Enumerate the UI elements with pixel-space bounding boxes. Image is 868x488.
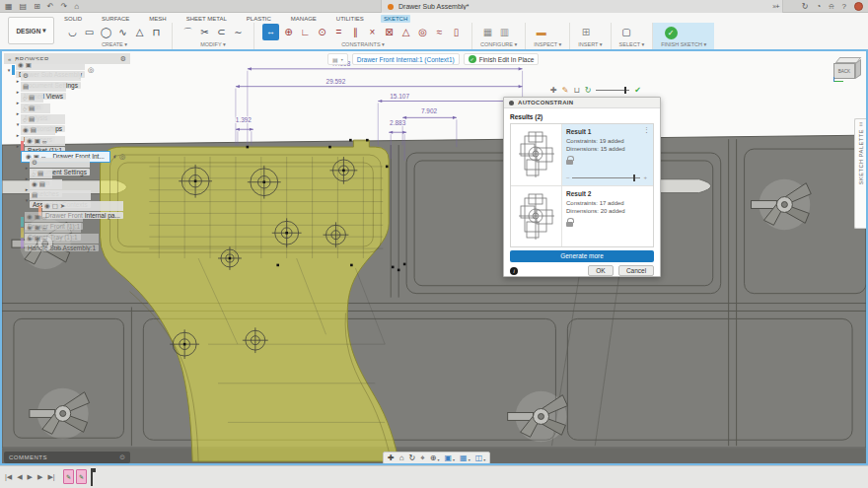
folder-icon[interactable]: ▤: [37, 170, 43, 177]
slider-handle[interactable]: [633, 174, 636, 181]
dimension-value[interactable]: 1.392: [236, 116, 253, 123]
document-tab[interactable]: Drawer Sub Assembly* ×: [381, 0, 783, 13]
perpendicular-constraint-icon[interactable]: ∟: [298, 24, 313, 40]
comments-bar[interactable]: COMMENTS ⊙: [4, 452, 130, 463]
tab-solid[interactable]: SOLID: [61, 15, 85, 23]
regenerate-icon[interactable]: ↻: [585, 86, 592, 95]
concentric-constraint-icon[interactable]: ◎: [415, 24, 430, 40]
view-cube[interactable]: BACK: [833, 57, 865, 85]
dimension-value[interactable]: 29.592: [326, 78, 346, 85]
result-slider[interactable]: –+: [566, 174, 647, 180]
view-cube-front-face[interactable]: BACK: [833, 63, 855, 79]
fit-icon[interactable]: ⌂: [399, 453, 404, 462]
result-card-2[interactable]: Result 2Constraints: 17 addedDimensions:…: [511, 186, 653, 247]
help-icon[interactable]: ?: [842, 2, 846, 11]
sketch-dimension-icon[interactable]: ↔: [262, 24, 279, 40]
folder-icon[interactable]: ▤: [39, 180, 45, 188]
result-options-kebab-icon[interactable]: ⋮: [643, 126, 650, 134]
edit-pencil-icon[interactable]: ✎: [562, 86, 569, 95]
visibility-eye-icon[interactable]: ◉: [27, 224, 33, 232]
group-label-modify[interactable]: MODIFY ▾: [181, 41, 246, 49]
folder-icon[interactable]: ▤: [29, 115, 35, 123]
constraint-box-icon[interactable]: ▯: [449, 24, 464, 40]
scrub-slider[interactable]: [596, 90, 629, 91]
tab-sketch[interactable]: SKETCH: [381, 15, 410, 23]
group-label-finish-sketch[interactable]: FINISH SKETCH ▾: [661, 41, 706, 49]
browser-gear-icon[interactable]: ⚙: [120, 55, 126, 63]
folder-icon[interactable]: ▤: [31, 126, 36, 134]
browser-item-handle-sub-assembly-1[interactable]: ◉▣∞Handle Sub Assembly:1: [4, 239, 191, 248]
3d-viewport[interactable]: 47.098 29.592 15.107 7.902 1.392 2.883 ▤…: [0, 49, 868, 465]
line-tool-icon[interactable]: ◡: [65, 24, 80, 40]
component-icon[interactable]: ▣: [35, 224, 40, 232]
context-component-menu[interactable]: ▤ ▾: [327, 53, 348, 65]
dialog-header[interactable]: AUTOCONSTRAIN: [504, 98, 660, 108]
slot-tool-icon[interactable]: ⊓: [149, 24, 164, 40]
undo-icon[interactable]: ↶: [47, 2, 54, 11]
link-icon[interactable]: ∞: [42, 236, 47, 243]
circle-tool-icon[interactable]: ◯: [99, 24, 113, 40]
visibility-eye-off-icon[interactable]: ◌: [23, 116, 27, 123]
visibility-eye-off-icon[interactable]: ◌: [32, 171, 36, 177]
link-icon[interactable]: ∞: [42, 138, 47, 145]
visibility-eye-icon[interactable]: ◉: [23, 126, 29, 134]
curvature-constraint-icon[interactable]: ≈: [432, 24, 447, 40]
component-icon[interactable]: ▣: [26, 61, 32, 69]
online-status-icon[interactable]: ◔: [816, 2, 821, 11]
group-label-create[interactable]: CREATE ▾: [65, 41, 164, 49]
dimension-value[interactable]: 2.883: [390, 119, 406, 126]
visibility-eye-icon[interactable]: ◉: [18, 61, 24, 69]
visibility-eye-off-icon[interactable]: ◌: [23, 105, 27, 112]
settings-gear-icon[interactable]: ⚙: [32, 159, 37, 167]
fillet-tool-icon[interactable]: ⌒: [181, 24, 195, 40]
group-label-configure[interactable]: CONFIGURE ▾: [480, 41, 517, 49]
collapse-panel-icon[interactable]: «: [8, 56, 11, 62]
new-tab-icon[interactable]: +: [775, 2, 780, 11]
finish-edit-in-place-button[interactable]: ✓ Finish Edit In Place: [464, 53, 540, 65]
notifications-bell-icon[interactable]: ⍾: [829, 2, 833, 12]
break-tool-icon[interactable]: ∼: [231, 24, 246, 40]
timeline-sketch-feature-2[interactable]: ✎: [76, 469, 87, 484]
generate-more-button[interactable]: Generate more: [510, 250, 654, 262]
select-box-icon[interactable]: ▢: [619, 24, 634, 40]
move-icon[interactable]: ✚: [550, 86, 557, 95]
step-forward-icon[interactable]: ▶: [37, 473, 42, 481]
midpoint-constraint-icon[interactable]: ×: [365, 24, 380, 40]
folder-icon[interactable]: ▤: [32, 191, 37, 199]
home-tab-icon[interactable]: ⌂: [74, 2, 79, 11]
tab-sheet-metal[interactable]: SHEET METAL: [183, 15, 230, 23]
folder-icon[interactable]: ▤: [29, 94, 35, 102]
body-icon[interactable]: ▢: [52, 202, 58, 210]
file-menu-icon[interactable]: ▤: [20, 2, 28, 11]
tab-utilities[interactable]: UTILITIES: [333, 15, 367, 23]
visibility-eye-icon[interactable]: ◉: [27, 235, 33, 243]
component-icon[interactable]: ▣: [35, 235, 40, 243]
visibility-eye-icon[interactable]: ◉: [27, 213, 33, 221]
look-at-icon[interactable]: ⌖: [420, 453, 425, 463]
finish-sketch-check-icon[interactable]: ✓: [661, 24, 681, 40]
tangent-constraint-icon[interactable]: ⊙: [315, 24, 329, 40]
job-status-icon[interactable]: ↻: [802, 2, 809, 11]
spline-tool-icon[interactable]: ∿: [115, 24, 130, 40]
group-label-insert[interactable]: INSERT ▾: [578, 41, 602, 49]
visibility-eye-icon[interactable]: ◉: [27, 137, 33, 145]
viewports-icon[interactable]: ◫▾: [475, 453, 486, 462]
orbit-icon[interactable]: ↻: [409, 453, 416, 462]
link-icon[interactable]: ∞: [42, 214, 47, 221]
display-settings-icon[interactable]: ▣▾: [444, 453, 455, 462]
view-cube-side-face[interactable]: [855, 59, 861, 79]
cancel-button[interactable]: Cancel: [618, 265, 654, 276]
tab-plastic[interactable]: PLASTIC: [244, 15, 274, 23]
dimension-value[interactable]: 7.902: [421, 107, 438, 114]
isolate-icon[interactable]: ◐: [113, 153, 117, 161]
result-card-1[interactable]: Result 1Constraints: 19 addedDimensions:…: [511, 124, 653, 186]
group-label-inspect[interactable]: INSPECT ▾: [534, 41, 561, 49]
equal-constraint-icon[interactable]: =: [331, 24, 346, 40]
tab-mesh[interactable]: MESH: [146, 15, 169, 23]
visibility-eye-icon[interactable]: ◉: [44, 202, 50, 210]
info-icon[interactable]: i: [510, 267, 518, 275]
context-menu-icon[interactable]: ◎: [88, 66, 94, 74]
save-icon[interactable]: ⊞: [34, 2, 40, 11]
fix-constraint-icon[interactable]: ⊠: [382, 24, 397, 40]
timeline-sketch-feature-1[interactable]: ✎: [63, 469, 74, 484]
